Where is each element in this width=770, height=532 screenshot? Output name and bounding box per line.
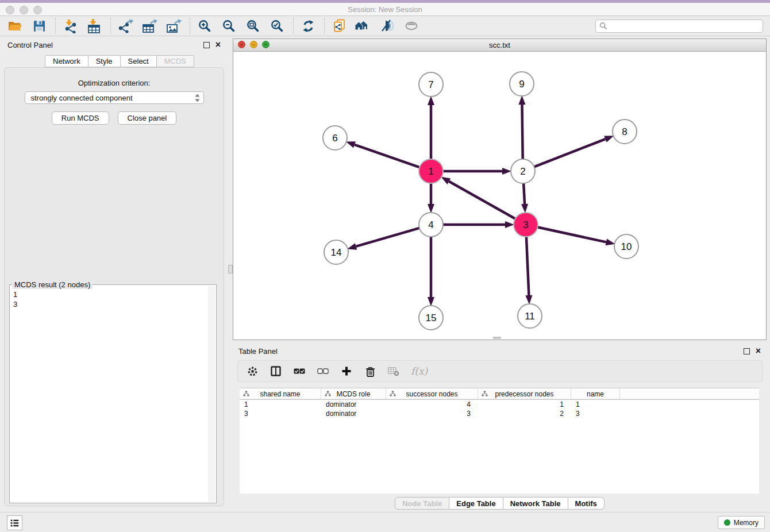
deselect-all-button[interactable] [317,365,329,377]
network-zoom-button[interactable]: + [262,41,270,48]
column-header-shared-name[interactable]: shared name [240,388,321,399]
network-window-controls[interactable]: × − + [238,41,270,48]
criterion-select[interactable]: strongly connected component [25,91,204,104]
graph-node-7[interactable]: 7 [419,72,443,97]
export-table-button[interactable] [140,17,159,34]
zoom-in-button[interactable] [195,17,214,34]
table-row[interactable]: 1dominator411 [240,400,759,409]
graph-node-2[interactable]: 2 [511,159,535,183]
network-view-window: × − + scc.txt 1234678910111415 [233,38,767,340]
graph-node-9[interactable]: 9 [510,72,534,96]
search-box[interactable] [595,20,763,33]
home-button[interactable] [354,17,372,34]
table-cell[interactable]: 3 [571,410,620,418]
graph-edge-1-6[interactable] [355,145,421,168]
status-bar: Memory [0,512,770,532]
tab-edge-table[interactable]: Edge Table [449,497,503,510]
table-cell[interactable]: 3 [240,410,321,418]
graph-edge-3-10[interactable] [537,227,606,242]
float-table-panel-icon[interactable] [744,348,750,354]
tab-network[interactable]: Network [45,55,88,67]
graph-edge-2-3[interactable] [523,182,525,204]
export-image-button[interactable] [164,17,183,34]
show-columns-button[interactable] [270,365,282,377]
tab-node-table[interactable]: Node Table [395,497,449,510]
column-header-MCDS-role[interactable]: MCDS role [321,388,386,399]
table-cell[interactable]: 3 [386,410,478,418]
network-window-titlebar[interactable]: × − + scc.txt [233,39,766,52]
delete-column-button[interactable] [364,365,376,377]
network-minimize-button[interactable]: − [250,41,257,48]
table-cell[interactable]: dominator [321,400,386,408]
select-stepper-icon [194,93,201,103]
network-canvas[interactable]: 1234678910111415 [233,51,766,340]
column-header-label: successor nodes [406,390,457,398]
export-network-button[interactable] [116,17,134,34]
table-cell[interactable]: 4 [386,400,478,408]
column-header-successor-nodes[interactable]: successor nodes [386,388,478,399]
graph-node-10[interactable]: 10 [614,234,638,259]
open-session-button[interactable] [6,17,24,34]
graph-edge-3-1[interactable] [449,182,516,219]
graph-node-11[interactable]: 11 [518,304,542,328]
table-cell[interactable]: 1 [478,400,571,408]
network-graph[interactable]: 1234678910111415 [233,51,766,340]
close-panel-button[interactable]: Close panel [118,111,177,125]
graph-edge-2-8[interactable] [533,139,606,167]
zoom-window-button[interactable] [33,6,42,14]
split-divider-grip[interactable] [228,265,233,273]
memory-button[interactable]: Memory [718,516,765,529]
column-header-predecessor-nodes[interactable]: predecessor nodes [478,388,571,399]
float-panel-icon[interactable] [203,42,210,48]
close-table-panel-icon[interactable]: × [756,348,761,354]
table-cell[interactable]: 2 [478,410,571,418]
trash-icon [365,366,376,377]
zoom-out-button[interactable] [220,17,238,34]
table-row[interactable]: 3dominator323 [240,409,759,418]
minimize-window-button[interactable] [20,6,28,14]
search-icon [599,22,607,30]
graph-node-15[interactable]: 15 [419,306,443,330]
graph-node-8[interactable]: 8 [613,119,637,144]
close-window-button[interactable] [6,6,14,14]
import-table-button[interactable] [85,17,103,34]
tab-motifs[interactable]: Motifs [568,497,605,510]
column-header-name[interactable]: name [571,388,620,399]
graph-node-4[interactable]: 4 [419,213,443,237]
import-network-button[interactable] [61,17,79,34]
table-cell[interactable]: dominator [321,410,386,418]
add-column-button[interactable] [340,365,353,377]
mcds-result-title: MCDS result (2 nodes) [12,280,93,289]
window-traffic-lights[interactable] [6,6,42,14]
zoom-fit-button[interactable] [244,17,262,34]
toggle-graphics-details-button[interactable] [378,17,396,34]
tab-mcds[interactable]: MCDS [157,55,194,67]
canvas-horizontal-scrollbar[interactable] [493,337,501,339]
save-session-button[interactable] [30,17,48,34]
graph-node-14[interactable]: 14 [324,240,348,264]
table-cell[interactable]: 1 [571,400,620,408]
graph-edge-3-11[interactable] [526,236,529,295]
graph-node-1[interactable]: 1 [419,159,443,183]
select-all-button[interactable] [293,365,306,377]
control-panel-header: Control Panel × [0,36,228,53]
clone-network-button[interactable] [330,17,348,34]
result-scrollbar[interactable] [208,286,215,502]
graph-node-3[interactable]: 3 [514,213,538,237]
run-mcds-button[interactable]: Run MCDS [52,111,109,125]
table-settings-button[interactable] [246,365,259,377]
refresh-layout-button[interactable] [299,17,317,34]
table-cell[interactable]: 1 [240,400,321,408]
network-close-button[interactable]: × [238,41,245,48]
close-panel-icon[interactable]: × [215,41,221,48]
tab-network-table[interactable]: Network Table [503,497,568,510]
search-input[interactable] [607,20,763,32]
zoom-selected-button[interactable] [268,17,286,34]
tab-style[interactable]: Style [88,55,121,67]
graph-edge-2-9[interactable] [522,105,522,160]
graph-node-6[interactable]: 6 [323,126,347,150]
task-history-button[interactable] [7,515,22,530]
graph-edge-4-14[interactable] [356,228,421,246]
show-hide-button[interactable] [402,17,421,34]
tab-select[interactable]: Select [121,55,157,67]
